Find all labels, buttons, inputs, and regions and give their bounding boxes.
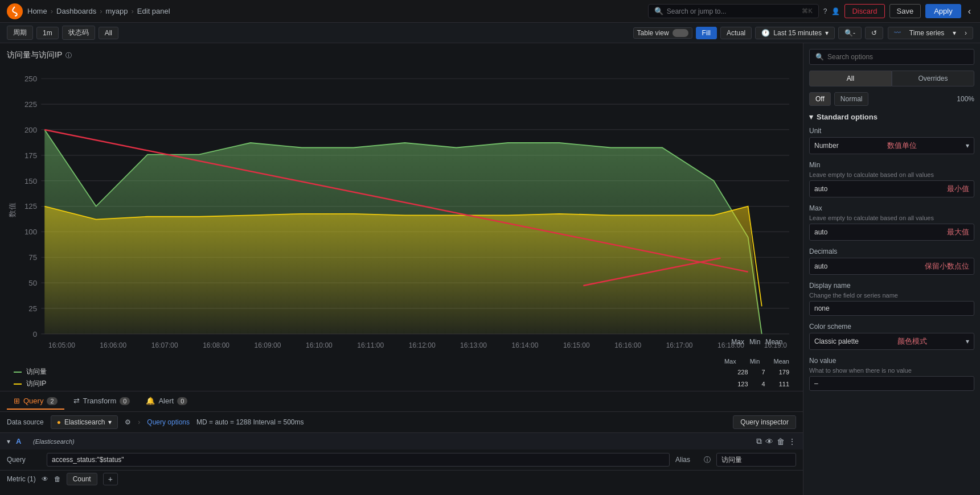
search-bar[interactable]: 🔍 Search or jump to... ⌘K xyxy=(648,4,819,18)
status-button[interactable]: 状态码 xyxy=(62,26,95,40)
period-button[interactable]: 周期 xyxy=(7,26,33,40)
fill-button[interactable]: Fill xyxy=(696,27,717,39)
panel-type-label: Time series xyxy=(909,29,945,37)
query-options-link[interactable]: Query options xyxy=(147,418,190,426)
hide-query-button[interactable]: 👁 xyxy=(765,436,773,446)
tab-query[interactable]: ⊞ Query 2 xyxy=(7,393,64,410)
max-annotation: 最大值 xyxy=(947,227,969,237)
toolbar-left: 周期 1m 状态码 All xyxy=(7,26,629,40)
legend-stats-access: 228 7 179 xyxy=(737,369,789,376)
help-icon[interactable]: ? xyxy=(823,7,827,15)
legend-stats-ip: 123 4 111 xyxy=(737,381,789,387)
decimals-field-group: Decimals auto 保留小数点位 xyxy=(809,248,974,275)
period-value-button[interactable]: 1m xyxy=(36,27,59,39)
decimals-input[interactable]: auto 保留小数点位 xyxy=(809,258,974,275)
panel-type-button[interactable]: 〰 Time series ▾ › xyxy=(888,27,973,39)
datasource-settings-icon[interactable]: ⚙ xyxy=(125,418,131,426)
query-inspector-button[interactable]: Query inspector xyxy=(733,415,796,429)
info-icon[interactable]: ⓘ xyxy=(65,51,72,60)
actual-button[interactable]: Actual xyxy=(720,27,752,39)
unit-label: Unit xyxy=(809,127,974,135)
tab-transform[interactable]: ⇄ Transform 0 xyxy=(67,393,137,410)
min-sublabel: Leave empty to calculate based on all va… xyxy=(809,171,974,178)
datasource-select[interactable]: ● Elasticsearch ▾ xyxy=(51,415,118,429)
more-options-button[interactable]: ⋮ xyxy=(788,436,796,446)
min-input[interactable]: auto 最小值 xyxy=(809,180,974,197)
table-view-label: Table view xyxy=(637,29,669,37)
table-view-toggle[interactable]: Table view xyxy=(633,27,692,39)
myapp-link[interactable]: myapp xyxy=(105,7,128,15)
color-scheme-select[interactable]: Classic palette 颜色模式 ▾ xyxy=(809,333,974,350)
display-name-input[interactable]: none xyxy=(809,301,974,316)
legend-label-ip: 访问IP xyxy=(26,379,733,389)
all-button[interactable]: All xyxy=(99,27,118,39)
svg-text:16:09:00: 16:09:00 xyxy=(255,341,281,349)
delete-metric-button[interactable]: 🗑 xyxy=(54,475,61,483)
no-value-input[interactable]: – xyxy=(809,376,974,391)
chevron-down-icon2: ▾ xyxy=(953,29,956,37)
svg-text:16:10:00: 16:10:00 xyxy=(306,341,333,349)
standard-options-header[interactable]: ▾ Standard options xyxy=(809,113,974,121)
transform-badge: 0 xyxy=(120,397,130,405)
max-header: Max xyxy=(724,358,736,365)
delete-query-button[interactable]: 🗑 xyxy=(777,436,785,446)
min-field-group: Min Leave empty to calculate based on al… xyxy=(809,161,974,197)
query-field-input[interactable] xyxy=(47,453,670,467)
alias-info-icon: ⓘ xyxy=(704,455,711,465)
legend-row-access: 访问量 228 7 179 xyxy=(14,367,789,377)
svg-text:16:17:00: 16:17:00 xyxy=(666,341,693,349)
svg-text:Min: Min xyxy=(749,338,760,346)
mode-row: Off Normal 100% xyxy=(809,92,974,106)
min-label: Min xyxy=(809,161,974,169)
alias-input[interactable] xyxy=(716,453,796,467)
home-link[interactable]: Home xyxy=(27,7,47,15)
toolbar-right: 〰 Time series ▾ › xyxy=(888,27,973,39)
copy-query-button[interactable]: ⧉ xyxy=(756,436,762,446)
query-actions: ⧉ 👁 🗑 ⋮ xyxy=(756,436,796,446)
main: 访问量与访问IP ⓘ xyxy=(0,43,980,495)
save-button[interactable]: Save xyxy=(889,4,921,18)
unit-select[interactable]: Number 数值单位 ▾ xyxy=(809,137,974,154)
chevron-down-icon4: ▾ xyxy=(809,113,813,121)
chevron-down-icon: ▾ xyxy=(825,29,829,37)
zoom-out-button[interactable]: 🔍- xyxy=(838,27,862,39)
add-metric-button[interactable]: + xyxy=(103,473,118,485)
toggle-metric-visibility[interactable]: 👁 xyxy=(42,475,48,483)
all-tab-button[interactable]: All xyxy=(809,71,892,86)
refresh-button[interactable]: ↺ xyxy=(865,27,883,39)
chart-legend: Max Min Mean 访问量 228 7 179 访问IP xyxy=(7,354,796,391)
svg-text:100: 100 xyxy=(24,228,37,236)
svg-text:16:11:00: 16:11:00 xyxy=(357,341,384,349)
topbar: Home › Dashboards › myapp › Edit panel 🔍… xyxy=(0,0,980,23)
legend-label-access: 访问量 xyxy=(26,367,733,377)
mode-normal-button[interactable]: Normal xyxy=(834,92,869,106)
edit-panel-label: Edit panel xyxy=(137,7,170,15)
chart-area: 访问量与访问IP ⓘ xyxy=(0,43,803,391)
search-options-input[interactable] xyxy=(827,53,968,61)
decimals-label: Decimals xyxy=(809,248,974,255)
chevron-down-icon6: ▾ xyxy=(966,337,969,345)
bottom-panel: ⊞ Query 2 ⇄ Transform 0 🔔 Alert 0 Data s… xyxy=(0,391,803,495)
svg-text:16:06:00: 16:06:00 xyxy=(100,341,126,349)
user-icon[interactable]: 👤 xyxy=(831,7,840,15)
overrides-tab-button[interactable]: Overrides xyxy=(892,71,974,86)
svg-text:125: 125 xyxy=(24,202,37,211)
query-icon: ⊞ xyxy=(14,397,20,405)
time-range-button[interactable]: 🕐 Last 15 minutes ▾ xyxy=(755,27,835,39)
toggle-dot[interactable] xyxy=(673,29,688,37)
decimals-value: auto xyxy=(814,262,827,270)
discard-button[interactable]: Discard xyxy=(844,4,884,18)
metric-value: Count xyxy=(67,473,97,485)
apply-button[interactable]: Apply xyxy=(925,4,961,18)
query-source: (Elasticsearch) xyxy=(33,438,75,445)
search-options[interactable]: 🔍 xyxy=(809,49,974,65)
dashboards-link[interactable]: Dashboards xyxy=(56,7,96,15)
max-input[interactable]: auto 最大值 xyxy=(809,224,974,241)
collapse-button[interactable]: ‹ xyxy=(966,6,973,16)
tab-alert[interactable]: 🔔 Alert 0 xyxy=(139,393,194,410)
max-sublabel: Leave empty to calculate based on all va… xyxy=(809,214,974,221)
alert-icon: 🔔 xyxy=(146,397,155,405)
mode-off-button[interactable]: Off xyxy=(809,92,831,106)
query-collapse-icon[interactable]: ▾ xyxy=(7,438,10,446)
time-range-label: Last 15 minutes xyxy=(773,29,822,37)
